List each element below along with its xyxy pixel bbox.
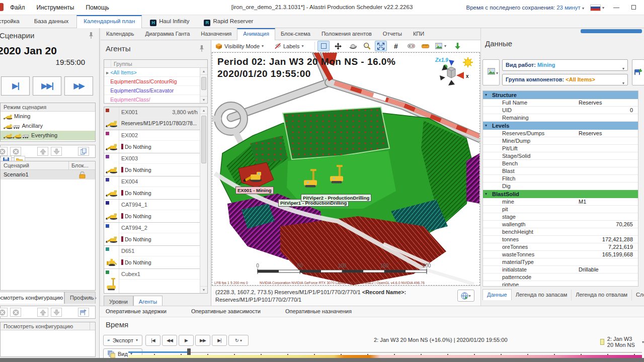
add-scenario-button[interactable] bbox=[0, 147, 8, 156]
agent-row-cubex1[interactable]: Cubex1 bbox=[104, 269, 200, 294]
grid-button[interactable]: # bbox=[390, 41, 402, 51]
scroll-up-icon[interactable]: ▲ bbox=[200, 107, 207, 114]
property-row[interactable]: rigtype bbox=[483, 281, 638, 287]
select-region-button[interactable] bbox=[317, 41, 330, 51]
language-selector[interactable]: ▾ bbox=[590, 4, 604, 11]
property-row[interactable]: Remaining bbox=[483, 114, 638, 122]
tab-agent-positions[interactable]: Положения агентов bbox=[316, 28, 377, 40]
agent-row-ex002[interactable]: EX002 Do Nothing bbox=[104, 130, 200, 153]
visibility-mode-button[interactable]: Visibility Mode▾ bbox=[213, 41, 266, 51]
loop-button[interactable]: ↻ ▾ bbox=[228, 335, 249, 346]
tab-legend-dumps[interactable]: Легенда по отвалам bbox=[572, 290, 632, 301]
scrollbar-thumb[interactable] bbox=[201, 77, 206, 90]
move-down-button[interactable] bbox=[51, 147, 62, 156]
fast-forward-button[interactable]: ▶▶ bbox=[195, 335, 210, 346]
screenshot-button[interactable]: ▾ bbox=[433, 41, 448, 51]
column-lock[interactable]: Блок... bbox=[69, 161, 95, 169]
skip-start-button[interactable]: |◀ bbox=[145, 335, 160, 346]
group-row-all-items[interactable]: ▸ <All Items> bbox=[104, 68, 200, 77]
label-pitviper2[interactable]: PitViper2 - ProductionDrilling bbox=[301, 194, 371, 202]
tab-flowchart[interactable]: Блок-схема bbox=[275, 28, 316, 40]
property-row[interactable]: Mine/Dump bbox=[483, 137, 638, 145]
tab-profile[interactable]: Профиль г bbox=[64, 292, 96, 304]
scrollbar-thumb[interactable] bbox=[201, 116, 206, 163]
property-row[interactable]: Bench bbox=[483, 160, 638, 167]
tab-animation[interactable]: Анимация bbox=[237, 28, 275, 40]
copy-scenario-button[interactable] bbox=[78, 147, 89, 156]
agent-row-ex003[interactable]: EX003 Do Nothing bbox=[104, 153, 200, 176]
property-row[interactable]: initialstateDrillable bbox=[483, 266, 638, 274]
scroll-up-icon[interactable]: ▲ bbox=[200, 68, 207, 75]
tab-gantt[interactable]: Диаграмма Ганта bbox=[140, 28, 196, 40]
fit-screen-button[interactable] bbox=[375, 41, 387, 51]
minimize-button[interactable]: — bbox=[610, 4, 622, 11]
tab-database[interactable]: База данных bbox=[28, 15, 75, 28]
property-row[interactable]: Blast bbox=[483, 167, 638, 175]
mode-everything[interactable]: Everything bbox=[1, 131, 95, 140]
tab-layers[interactable]: Слои bbox=[632, 290, 644, 301]
component-group-dropdown[interactable]: Группа компонентов: <All Items>▾ bbox=[502, 74, 628, 85]
agent-row-cat994-1[interactable]: CAT994_1 Do Nothing bbox=[104, 200, 200, 223]
timeline-track[interactable] bbox=[128, 352, 642, 353]
tab-view-configuration[interactable]: Посмотреть конфигурацию bbox=[0, 292, 64, 304]
scroll-down-icon[interactable]: ▼ bbox=[200, 286, 207, 293]
config-save-button[interactable] bbox=[78, 308, 89, 317]
mode-mining[interactable]: Mining bbox=[1, 112, 95, 121]
property-row[interactable]: stage bbox=[483, 213, 638, 221]
tab-data[interactable]: Данные bbox=[482, 289, 512, 300]
ruler-button[interactable] bbox=[419, 41, 431, 51]
orbit-button[interactable] bbox=[347, 41, 359, 51]
delete-config-button[interactable] bbox=[10, 308, 21, 317]
agent-row-ex004[interactable]: EX004 Do Nothing bbox=[104, 176, 200, 200]
scenario-row[interactable]: Scenario1 bbox=[1, 170, 95, 179]
property-row[interactable]: Flitch bbox=[483, 175, 638, 183]
axis-gizmo[interactable]: x Zx1.9 bbox=[435, 57, 473, 85]
tab-scroll-left-icon[interactable]: ‹ bbox=[89, 295, 91, 301]
property-row[interactable]: pit bbox=[483, 206, 638, 213]
agents-scrollbar[interactable]: ▲ ▼ bbox=[200, 107, 207, 293]
fast-forward-button[interactable]: ▶▶ bbox=[64, 76, 93, 96]
globe-button[interactable]: ▾ bbox=[457, 290, 474, 302]
agent-row-d651[interactable]: D651 Do Nothing bbox=[104, 246, 200, 269]
property-row[interactable]: UID0 bbox=[483, 107, 638, 114]
work-type-dropdown[interactable]: Вид работ: Mining▾ bbox=[502, 59, 628, 71]
config-down-button[interactable] bbox=[51, 308, 62, 317]
period-legend[interactable]: 2: Jan W3 20 Mon NS ▾ bbox=[600, 336, 644, 348]
labels-button[interactable]: Labels▾ bbox=[273, 41, 305, 51]
property-row[interactable]: Dig bbox=[483, 183, 638, 190]
agent-row-ex001[interactable]: EX0013,800 wt/h Reserves/M1/P1/P101/780/… bbox=[104, 107, 200, 130]
scroll-down-icon[interactable]: ▼ bbox=[200, 96, 207, 103]
property-row[interactable]: wasteTonnes165,199,668 bbox=[483, 251, 638, 258]
animation-viewport[interactable]: 0 50 100 150 200 x Zx1.9 Period 02: Jan … bbox=[212, 52, 480, 286]
property-row[interactable]: Pit/Lift bbox=[483, 145, 638, 152]
pin-icon[interactable] bbox=[198, 45, 205, 52]
export-data-button[interactable] bbox=[632, 59, 644, 85]
groups-header[interactable]: Группы bbox=[111, 60, 207, 67]
tab-rapid-reserver[interactable]: RRapid Reserver bbox=[197, 15, 260, 28]
maximize-button[interactable] bbox=[628, 4, 639, 11]
save-status[interactable]: Время с последнего сохранения: 23 минут … bbox=[466, 5, 584, 11]
link-operational-assignments[interactable]: Оперативные назначения bbox=[285, 306, 352, 316]
config-column-header[interactable]: Посмотреть конфигурацию bbox=[1, 322, 90, 330]
property-row[interactable]: tonnes172,421,288 bbox=[483, 236, 638, 243]
config-up-button[interactable] bbox=[37, 308, 48, 317]
property-row[interactable]: patterncode bbox=[483, 274, 638, 281]
skip-forward-button[interactable]: ▶▶| bbox=[33, 76, 61, 96]
export-button[interactable]: Экспорт▾ bbox=[103, 335, 142, 346]
add-config-button[interactable] bbox=[0, 308, 8, 317]
play-button[interactable]: ▶ bbox=[179, 335, 194, 346]
tab-kpi[interactable]: КПИ bbox=[408, 28, 430, 40]
groups-scrollbar[interactable]: ▲ ▼ bbox=[200, 68, 207, 103]
move-up-button[interactable] bbox=[37, 147, 48, 156]
tab-settings[interactable]: Настройка bbox=[0, 15, 26, 28]
tab-reports[interactable]: Отчеты bbox=[377, 28, 408, 40]
delete-scenario-button[interactable] bbox=[10, 147, 21, 156]
column-scenario[interactable]: Сценарий bbox=[1, 161, 69, 169]
download-button[interactable] bbox=[452, 41, 463, 51]
group-row-contour-rig[interactable]: ▸ EquipmentClass/ContourRig bbox=[104, 77, 200, 86]
tab-assignments[interactable]: Назначения bbox=[195, 28, 237, 40]
link-operational-dependencies[interactable]: Оперативные зависимости bbox=[191, 306, 261, 316]
section-blastsolid[interactable]: ▾BlastSolid bbox=[483, 190, 638, 198]
view-options-button[interactable]: ▾ bbox=[482, 59, 500, 85]
zoom-button[interactable] bbox=[361, 41, 373, 51]
